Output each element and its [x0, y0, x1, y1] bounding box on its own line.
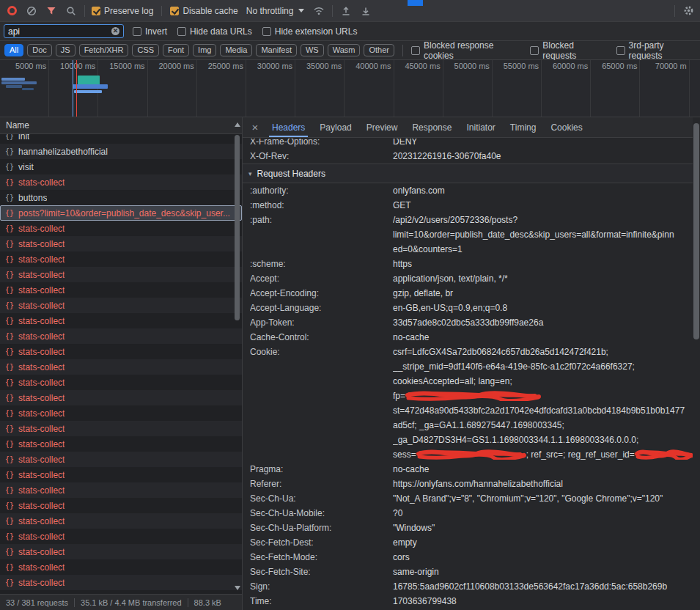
tab-response[interactable]: Response	[405, 117, 459, 137]
search-button[interactable]	[65, 4, 78, 18]
braces-icon: {}	[5, 271, 14, 279]
request-row[interactable]: {}stats-collect	[0, 482, 242, 498]
type-chip-js[interactable]: JS	[56, 44, 75, 56]
checkbox-disable-cache[interactable]: Disable cache	[161, 6, 237, 16]
import-har-button[interactable]	[339, 4, 353, 18]
tab-timing[interactable]: Timing	[503, 117, 544, 137]
clear-filter-icon[interactable]: ✕	[111, 27, 119, 35]
checkbox-blocked-requests[interactable]: Blocked requests	[530, 40, 605, 61]
request-row[interactable]: {}init	[0, 134, 242, 144]
request-row[interactable]: {}stats-collect	[0, 359, 242, 375]
clear-button[interactable]	[25, 4, 38, 18]
type-chip-img[interactable]: Img	[193, 44, 216, 56]
request-list-scrollbar[interactable]	[233, 119, 241, 592]
tab-headers[interactable]: Headers	[265, 117, 312, 137]
request-row[interactable]: {}stats-collect	[0, 251, 242, 267]
request-row[interactable]: {}stats-collect	[0, 328, 242, 344]
toolbar-divider	[84, 5, 85, 17]
request-headers-section[interactable]: ▾ Request Headers	[243, 163, 693, 183]
braces-icon: {}	[5, 532, 14, 540]
checkbox-preserve-log[interactable]: Preserve log	[92, 6, 153, 16]
request-name: stats-collect	[18, 578, 65, 588]
type-chip-doc[interactable]: Doc	[27, 44, 52, 56]
activity-bar	[22, 88, 34, 90]
tab-preview[interactable]: Preview	[359, 117, 405, 137]
scroll-down-icon[interactable]	[235, 586, 240, 590]
timeline-label: 20000 ms	[158, 62, 194, 70]
header-name: :scheme:	[250, 257, 393, 271]
request-name: init	[18, 134, 29, 142]
scroll-up-icon[interactable]	[235, 122, 240, 127]
checkbox-hide-extension-urls[interactable]: Hide extension URLs	[262, 26, 358, 37]
request-row[interactable]: {}stats-collect	[0, 544, 242, 559]
scrollbar-thumb[interactable]	[693, 123, 699, 339]
request-row[interactable]: {}stats-collect	[0, 298, 242, 313]
scrollbar-thumb[interactable]	[235, 135, 240, 320]
request-row[interactable]: {}stats-collect	[0, 375, 242, 390]
close-details-button[interactable]: ×	[246, 117, 265, 137]
timeline-column: 40000 ms	[345, 60, 394, 117]
type-chip-all[interactable]: All	[4, 44, 23, 56]
request-row[interactable]: {}stats-collect	[0, 267, 242, 282]
request-row[interactable]: {}stats-collect	[0, 221, 242, 236]
request-row[interactable]: {}stats-collect	[0, 575, 242, 590]
type-chip-other[interactable]: Other	[364, 44, 394, 56]
filter-input[interactable]: api ✕	[4, 24, 124, 38]
settings-gear-button[interactable]	[682, 4, 695, 18]
checkbox-blocked-response-cookies[interactable]: Blocked response cookies	[411, 40, 520, 61]
type-chip-fetch-xhr[interactable]: Fetch/XHR	[79, 44, 129, 56]
activity-bar	[74, 90, 102, 93]
request-row[interactable]: {}visit	[0, 159, 242, 174]
timeline-overview[interactable]: 5000 ms10000 ms15000 ms20000 ms25000 ms3…	[0, 60, 700, 117]
type-chip-ws[interactable]: WS	[301, 44, 324, 56]
header-value: empty	[393, 535, 693, 550]
network-conditions-button[interactable]	[312, 4, 325, 18]
request-row[interactable]: {}stats-collect	[0, 559, 242, 575]
filter-button[interactable]	[45, 4, 58, 18]
request-row[interactable]: {}hannahelizabethofficial	[0, 144, 242, 159]
type-chip-css[interactable]: CSS	[132, 44, 159, 56]
header-value: 1703636799438	[393, 594, 693, 609]
request-row[interactable]: {}stats-collect	[0, 313, 242, 328]
request-row-selected[interactable]: {}posts?limit=10&order=publish_date_desc…	[0, 205, 242, 221]
timeline-label: 35000 ms	[306, 62, 342, 70]
request-row[interactable]: {}stats-collect	[0, 174, 242, 190]
request-name: stats-collect	[18, 301, 65, 311]
request-name: stats-collect	[18, 285, 65, 295]
timeline-column: 35000 ms	[295, 60, 345, 117]
request-row[interactable]: {}stats-collect	[0, 405, 242, 421]
export-har-button[interactable]	[359, 4, 372, 18]
checkbox-invert[interactable]: Invert	[133, 26, 167, 37]
tab-initiator[interactable]: Initiator	[459, 117, 502, 137]
type-chip-wasm[interactable]: Wasm	[328, 44, 361, 56]
request-row[interactable]: {}stats-collect	[0, 282, 242, 298]
braces-icon: {}	[5, 317, 14, 325]
request-row[interactable]: {}buttons	[0, 190, 242, 205]
checkbox-3rd-party-requests[interactable]: 3rd-party requests	[616, 40, 696, 61]
type-chip-manifest[interactable]: Manifest	[256, 44, 297, 56]
request-row[interactable]: {}stats-collect	[0, 436, 242, 452]
record-button[interactable]	[5, 4, 18, 18]
braces-icon: {}	[5, 501, 14, 510]
name-column-header[interactable]: Name	[0, 117, 242, 134]
request-row[interactable]: {}stats-collect	[0, 452, 242, 467]
braces-icon: {}	[5, 240, 14, 248]
request-row[interactable]: {}stats-collect	[0, 236, 242, 251]
checkbox-hide-data-urls[interactable]: Hide data URLs	[177, 26, 252, 37]
type-chip-media[interactable]: Media	[220, 44, 252, 56]
tab-payload[interactable]: Payload	[312, 117, 358, 137]
blocked-checkbox-group: Blocked response cookiesBlocked requests…	[411, 40, 696, 61]
request-row[interactable]: {}stats-collect	[0, 344, 242, 359]
request-row[interactable]: {}stats-collect	[0, 513, 242, 529]
details-scrollbar[interactable]	[693, 117, 700, 610]
request-row[interactable]: {}stats-collect	[0, 421, 242, 436]
tab-cookies[interactable]: Cookies	[543, 117, 589, 137]
request-row[interactable]: {}stats-collect	[0, 467, 242, 482]
request-row[interactable]: {}stats-collect	[0, 498, 242, 513]
toolbar-checkbox-group: Preserve logDisable cache	[92, 6, 238, 16]
details-tabs: HeadersPayloadPreviewResponseInitiatorTi…	[265, 117, 590, 137]
throttling-select[interactable]: No throttling	[245, 6, 306, 16]
request-row[interactable]: {}stats-collect	[0, 529, 242, 544]
type-chip-font[interactable]: Font	[163, 44, 189, 56]
request-row[interactable]: {}stats-collect	[0, 390, 242, 405]
